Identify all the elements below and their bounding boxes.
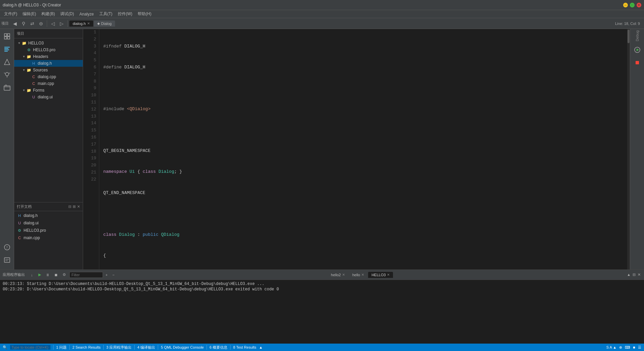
- tree-label-headers: Headers: [33, 54, 48, 59]
- bottom-panel-window-btn[interactable]: ⊟: [632, 272, 636, 278]
- open-doc-maincpp[interactable]: C main.cpp: [14, 234, 83, 242]
- menu-help[interactable]: 帮助(H): [135, 10, 154, 18]
- toolbar-sep-2: [67, 20, 68, 27]
- toolbar-back-btn[interactable]: ◀: [11, 20, 19, 28]
- menu-debug[interactable]: 调试(D): [58, 10, 77, 18]
- toolbar-filter-btn[interactable]: ⚲: [20, 20, 28, 28]
- filter-input[interactable]: [69, 272, 103, 278]
- tree-item-headers[interactable]: ▼ 📁 Headers: [14, 53, 83, 60]
- tree-arrow-forms: ▼: [22, 89, 26, 92]
- toolbar-next-btn[interactable]: ▷: [58, 20, 66, 28]
- bottom-tab-hello-close[interactable]: ✕: [361, 273, 364, 277]
- debug-label: Debug: [635, 30, 639, 41]
- bottom-panel-close-btn[interactable]: ✕: [637, 272, 641, 278]
- tree-item-sources[interactable]: ▼ 📁 Sources: [14, 67, 83, 73]
- stop-btn[interactable]: ⏹: [52, 272, 60, 278]
- status-tab-search-results[interactable]: 2 Search Results: [72, 345, 101, 349]
- status-tab-more[interactable]: ▲: [259, 345, 263, 349]
- file-icon-open-dialogh: H: [17, 213, 22, 218]
- tab-dialog-label: Dialog: [101, 22, 112, 26]
- maximize-button[interactable]: □: [630, 3, 635, 7]
- bottom-panel-controls: ▲ ⊟ ✕: [626, 272, 641, 278]
- svg-rect-14: [5, 85, 7, 86]
- left-panel: 项目 ▼ 📁 HELLO3 ⚙ HELLO3.pro: [14, 29, 83, 269]
- debug-stop-icon[interactable]: [631, 57, 643, 69]
- open-doc-hello3pro[interactable]: ⚙ HELLO3.pro: [14, 227, 83, 234]
- file-tree: 项目 ▼ 📁 HELLO3 ⚙ HELLO3.pro: [14, 29, 83, 202]
- code-content[interactable]: #ifndef DIALOG_H #define DIALOG_H #inclu…: [99, 29, 627, 269]
- status-tab-test-results[interactable]: 8 Test Results: [233, 345, 256, 349]
- status-tab-summary[interactable]: 6 概要信息: [210, 345, 227, 350]
- debug-run-icon[interactable]: [631, 44, 643, 56]
- filter-add-btn[interactable]: +: [104, 272, 110, 278]
- sidebar-icon-design[interactable]: [1, 56, 13, 68]
- folder-icon-forms: 📁: [26, 88, 32, 93]
- tab-dialog-h-close[interactable]: ✕: [87, 22, 90, 25]
- toolbar-prev-btn[interactable]: ◁: [49, 20, 57, 28]
- svg-marker-8: [4, 59, 10, 65]
- filter-remove-btn[interactable]: −: [110, 272, 116, 278]
- menu-build[interactable]: 构建(B): [39, 10, 58, 18]
- bottom-tab-hello[interactable]: hello ✕: [349, 272, 367, 278]
- run-btn[interactable]: ▶: [36, 272, 43, 278]
- status-tab-app-output[interactable]: 3 应用程序输出: [106, 345, 132, 350]
- bottom-tab-hello3[interactable]: HELLO3 ✕: [368, 272, 393, 278]
- open-doc-dialogui[interactable]: U dialog.ui: [14, 219, 83, 227]
- tree-label-maincpp: main.cpp: [38, 81, 54, 86]
- tab-dialog-h[interactable]: dialog.h ✕: [69, 21, 93, 27]
- status-tab-compile-output[interactable]: 4 编译输出: [137, 345, 155, 350]
- folder-icon-hello3: 📁: [22, 40, 27, 46]
- bottom-tab-hello2[interactable]: hello2 ✕: [328, 272, 348, 278]
- bottom-toolbar: 应用程序输出 ↓ ▶ ⏸ ⏹ ⚙ + − hello2 ✕ hello: [0, 270, 644, 280]
- sidebar-icon-welcome[interactable]: [1, 30, 13, 42]
- tree-item-forms[interactable]: ▼ 📁 Forms: [14, 87, 83, 94]
- locate-input[interactable]: [10, 345, 50, 350]
- tree-item-dialogcpp[interactable]: C dialog.cpp: [14, 73, 83, 80]
- menu-edit[interactable]: 编辑(E): [20, 10, 39, 18]
- settings-btn[interactable]: ⚙: [61, 272, 68, 278]
- menu-tools[interactable]: 工具(T): [97, 10, 115, 18]
- status-tab-problems[interactable]: 1 问题: [56, 345, 67, 350]
- tree-item-dialogui[interactable]: U dialog.ui: [14, 94, 83, 100]
- open-docs-content: H dialog.h U dialog.ui ⚙ HELLO3.pro C ma…: [14, 211, 83, 269]
- sidebar-icon-edit[interactable]: [1, 43, 13, 55]
- menu-widget[interactable]: 控件(W): [115, 10, 135, 18]
- bottom-panel-up-btn[interactable]: ▲: [626, 272, 631, 278]
- open-docs-btn-close[interactable]: ✕: [77, 204, 80, 209]
- status-tab-search-icon[interactable]: 🔍: [3, 345, 7, 350]
- tree-item-maincpp[interactable]: C main.cpp: [14, 80, 83, 87]
- tree-item-hello3[interactable]: ▼ 📁 HELLO3: [14, 40, 83, 46]
- pause-btn[interactable]: ⏸: [44, 272, 51, 278]
- bottom-tab-hello3-close[interactable]: ✕: [387, 273, 390, 277]
- sidebar-icon-projects[interactable]: [1, 82, 13, 94]
- toolbar-collapse-btn[interactable]: ⊖: [37, 20, 45, 28]
- status-menu[interactable]: ☰: [638, 345, 641, 350]
- editor-scrollbar-v[interactable]: [627, 29, 630, 269]
- menu-analyze[interactable]: Analyze: [77, 11, 97, 17]
- statusbar-sep-6: [207, 345, 207, 350]
- status-encoding: ⊕: [619, 345, 622, 350]
- toolbar-sync-btn[interactable]: ⇄: [28, 20, 36, 28]
- bottom-scroll-btn[interactable]: ↓: [29, 272, 35, 278]
- tree-item-dialogh[interactable]: H dialog.h: [14, 60, 83, 67]
- open-doc-dialogh[interactable]: H dialog.h: [14, 212, 83, 219]
- sidebar-icon-output[interactable]: [1, 254, 13, 266]
- minimize-button[interactable]: ─: [623, 3, 628, 7]
- svg-rect-22: [636, 61, 639, 64]
- tab-dialog[interactable]: ◆ Dialog: [94, 21, 115, 27]
- code-line-9: [103, 211, 623, 217]
- open-docs-btn-window[interactable]: ⊟: [68, 204, 71, 209]
- open-docs-btn-tile[interactable]: ⊞: [73, 204, 76, 209]
- bottom-tab-hello2-close[interactable]: ✕: [342, 273, 345, 277]
- svg-rect-7: [4, 51, 8, 52]
- close-button[interactable]: ✕: [637, 3, 641, 7]
- file-icon-open-dialogui: U: [17, 220, 22, 226]
- file-tree-title: 项目: [17, 31, 24, 36]
- menu-file[interactable]: 文件(F): [1, 10, 20, 18]
- sidebar-icon-debug[interactable]: [1, 69, 13, 81]
- file-icon-dialogcpp: C: [31, 74, 36, 79]
- status-tab-qml-debug[interactable]: 5 QML Debugger Console: [161, 345, 204, 349]
- run-controls: ▶ ⏸ ⏹ ⚙: [36, 272, 68, 278]
- sidebar-icon-help[interactable]: ?: [1, 241, 13, 253]
- tree-item-hello3pro[interactable]: ⚙ HELLO3.pro: [14, 46, 83, 53]
